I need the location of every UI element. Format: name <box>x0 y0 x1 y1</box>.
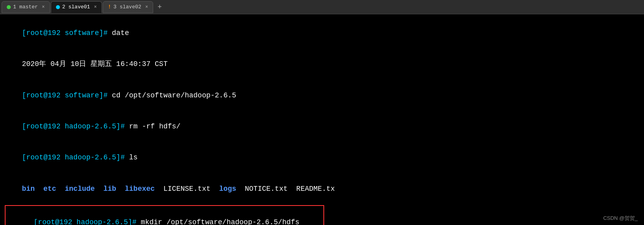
line-date-cmd: [root@192 software]# date <box>5 17 639 48</box>
watermark: CSDN @贺贺_ <box>603 215 638 222</box>
tab-dot-slave01 <box>56 5 60 9</box>
line-date-output: 2020年 04月 10日 星期五 16:40:37 CST <box>5 48 639 80</box>
line-ls-output: bin etc include lib libexec LICENSE.txt … <box>5 173 639 204</box>
tab-dot-master <box>7 5 11 9</box>
tab-close-slave02[interactable]: × <box>145 4 148 10</box>
tab-slave02[interactable]: ! 3 slave02 × <box>103 1 153 13</box>
line-mkdir-hdfs: [root@192 hadoop-2.6.5]# mkdir /opt/soft… <box>8 207 321 225</box>
tab-master[interactable]: 1 master × <box>2 1 50 13</box>
line-cd-cmd: [root@192 software]# cd /opt/software/ha… <box>5 80 639 111</box>
terminal: [root@192 software]# date 2020年 04月 10日 … <box>0 14 644 225</box>
tab-label-master: 1 master <box>13 4 38 10</box>
tab-close-master[interactable]: × <box>42 4 44 10</box>
line-rm-cmd: [root@192 hadoop-2.6.5]# rm -rf hdfs/ <box>5 111 639 142</box>
tab-close-slave01[interactable]: × <box>94 4 97 10</box>
boxed-commands: [root@192 hadoop-2.6.5]# mkdir /opt/soft… <box>5 205 324 225</box>
line-ls-cmd: [root@192 hadoop-2.6.5]# ls <box>5 142 639 173</box>
tab-warning-icon: ! <box>108 4 111 10</box>
tab-slave01[interactable]: 2 slave01 × <box>51 1 102 13</box>
tab-label-slave01: 2 slave01 <box>62 4 90 10</box>
tab-label-slave02: 3 slave02 <box>113 4 141 10</box>
tab-add-button[interactable]: + <box>154 2 165 13</box>
tab-bar: 1 master × 2 slave01 × ! 3 slave02 × + <box>0 0 644 14</box>
